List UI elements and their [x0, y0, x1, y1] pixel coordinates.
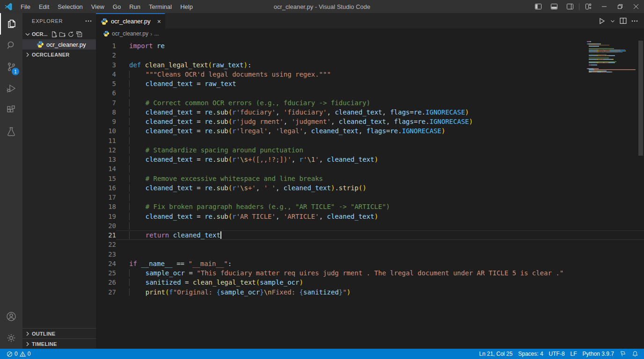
menu-view[interactable]: View — [87, 0, 109, 13]
feedback-icon[interactable] — [617, 349, 629, 359]
line-number[interactable]: 13 — [96, 155, 116, 164]
line-number[interactable]: 24 — [96, 259, 116, 268]
line-number[interactable]: 10 — [96, 126, 116, 136]
settings-gear-icon[interactable] — [0, 327, 22, 349]
code-line[interactable]: 14 — [96, 164, 644, 173]
restore-button[interactable] — [612, 0, 628, 13]
breadcrumb[interactable]: ocr_cleaner.py › ... — [96, 29, 644, 39]
notifications-bell-icon[interactable] — [629, 349, 641, 359]
code-line[interactable]: 26 sanitized = clean_legal_text(sample_o… — [96, 278, 644, 287]
line-number[interactable]: 6 — [96, 88, 116, 98]
status-cursor-position[interactable]: Ln 21, Col 25 — [476, 349, 515, 359]
status-eol[interactable]: LF — [568, 349, 580, 359]
code-line[interactable]: 27 print(f"Original: {sample_ocr}\nFixed… — [96, 287, 644, 297]
timeline-section[interactable]: TIMELINE — [22, 338, 96, 349]
scrollbar-slider[interactable] — [638, 41, 643, 156]
menu-edit[interactable]: Edit — [35, 0, 53, 13]
editor-scrollbar[interactable] — [637, 39, 644, 349]
menu-run[interactable]: Run — [125, 0, 145, 13]
explorer-icon[interactable] — [0, 13, 22, 35]
run-and-debug-icon[interactable] — [0, 78, 22, 99]
code-line[interactable]: 9 cleaned_text = re.sub(r'judg rment', '… — [96, 117, 644, 126]
toggle-secondary-sidebar-icon[interactable] — [562, 0, 578, 13]
code-line[interactable]: 2 — [96, 50, 644, 60]
code-line[interactable]: 1import re — [96, 41, 644, 50]
line-number[interactable]: 19 — [96, 212, 116, 221]
line-number[interactable]: 20 — [96, 221, 116, 230]
line-number[interactable]: 2 — [96, 50, 116, 60]
code-line[interactable]: 6 — [96, 88, 644, 98]
line-number[interactable]: 12 — [96, 145, 116, 155]
close-button[interactable] — [628, 0, 644, 13]
code-line[interactable]: 10 cleaned_text = re.sub(r'lregal', 'leg… — [96, 126, 644, 136]
menu-go[interactable]: Go — [109, 0, 125, 13]
code-line[interactable]: 24if __name__ == "__main__": — [96, 259, 644, 268]
code-line[interactable]: 23 — [96, 250, 644, 259]
code-line[interactable]: 16 cleaned_text = re.sub(r'\s+', ' ', cl… — [96, 183, 644, 193]
menu-selection[interactable]: Selection — [53, 0, 87, 13]
line-number[interactable]: 17 — [96, 193, 116, 202]
line-number[interactable]: 26 — [96, 278, 116, 287]
extensions-icon[interactable] — [0, 99, 22, 121]
status-indentation[interactable]: Spaces: 4 — [515, 349, 546, 359]
code-line[interactable]: 17 — [96, 193, 644, 202]
tab-ocr-cleaner[interactable]: ocr_cleaner.py × — [96, 13, 165, 29]
breadcrumb-ellipsis[interactable]: ... — [154, 30, 159, 37]
code-line[interactable]: 11 — [96, 136, 644, 145]
more-actions-icon[interactable] — [85, 17, 92, 25]
toggle-panel-icon[interactable] — [546, 0, 562, 13]
split-editor-icon[interactable] — [618, 16, 628, 26]
refresh-icon[interactable] — [67, 31, 74, 38]
code-line[interactable]: 8 cleaned_text = re.sub(r'fduciary', 'fi… — [96, 108, 644, 117]
collapse-all-icon[interactable] — [76, 31, 83, 38]
line-number[interactable]: 8 — [96, 108, 116, 117]
code-line[interactable]: 5 cleaned_text = raw_text — [96, 79, 644, 88]
code-line[interactable]: 4 """Cleans OCR'd legal documents using … — [96, 70, 644, 79]
line-number[interactable]: 23 — [96, 250, 116, 259]
tab-close-icon[interactable]: × — [157, 18, 161, 25]
line-number[interactable]: 16 — [96, 183, 116, 193]
status-language-interpreter[interactable]: Python 3.9.7 — [580, 349, 617, 359]
problems-indicator[interactable]: 0 0 — [4, 349, 33, 359]
code-line[interactable]: 25 sample_ocr = "This fduciary matter re… — [96, 268, 644, 278]
line-number[interactable]: 27 — [96, 287, 116, 297]
new-file-icon[interactable] — [51, 31, 58, 38]
editor-more-actions-icon[interactable] — [630, 16, 639, 26]
code-line[interactable]: 3def clean_legal_text(raw_text): — [96, 60, 644, 70]
menu-terminal[interactable]: Terminal — [145, 0, 176, 13]
line-number[interactable]: 25 — [96, 268, 116, 278]
outline-section[interactable]: OUTLINE — [22, 328, 96, 338]
line-number[interactable]: 1 — [96, 41, 116, 50]
new-folder-icon[interactable] — [59, 31, 66, 38]
accounts-icon[interactable] — [0, 306, 22, 327]
testing-icon[interactable] — [0, 121, 22, 142]
menu-file[interactable]: File — [16, 0, 35, 13]
code-line[interactable]: 7 # Correct common OCR errors (e.g., fdu… — [96, 98, 644, 108]
run-dropdown-chevron-icon[interactable] — [609, 17, 616, 25]
code-editor[interactable]: 1import re23def clean_legal_text(raw_tex… — [96, 39, 644, 349]
line-number[interactable]: 14 — [96, 164, 116, 173]
line-number[interactable]: 5 — [96, 79, 116, 88]
customize-layout-icon[interactable] — [580, 0, 596, 13]
line-number[interactable]: 21 — [96, 230, 116, 240]
line-number[interactable]: 11 — [96, 136, 116, 145]
menu-help[interactable]: Help — [176, 0, 197, 13]
line-number[interactable]: 7 — [96, 98, 116, 108]
folder-item-ocrcleaner[interactable]: OCRCLEANER — [22, 50, 96, 60]
code-line[interactable]: 20 — [96, 221, 644, 230]
code-line[interactable]: 21 return cleaned_text — [96, 230, 644, 240]
code-line[interactable]: 13 cleaned_text = re.sub(r'\s+([,,!?;])'… — [96, 155, 644, 164]
search-icon[interactable] — [0, 35, 22, 56]
code-line[interactable]: 15 # Remove excessive whitespace and lin… — [96, 174, 644, 183]
status-encoding[interactable]: UTF-8 — [546, 349, 568, 359]
run-python-file-icon[interactable] — [597, 16, 607, 26]
minimize-button[interactable] — [596, 0, 612, 13]
breadcrumb-file[interactable]: ocr_cleaner.py — [112, 30, 148, 37]
minimap[interactable] — [585, 41, 637, 73]
code-line[interactable]: 12 # Standardize spacing around punctuat… — [96, 145, 644, 155]
code-line[interactable]: 18 # Fix broken paragraph headers (e.g.,… — [96, 202, 644, 211]
code-line[interactable]: 22 — [96, 240, 644, 249]
line-number[interactable]: 15 — [96, 174, 116, 183]
line-number[interactable]: 18 — [96, 202, 116, 211]
folder-section-header[interactable]: OCR... — [22, 29, 96, 39]
